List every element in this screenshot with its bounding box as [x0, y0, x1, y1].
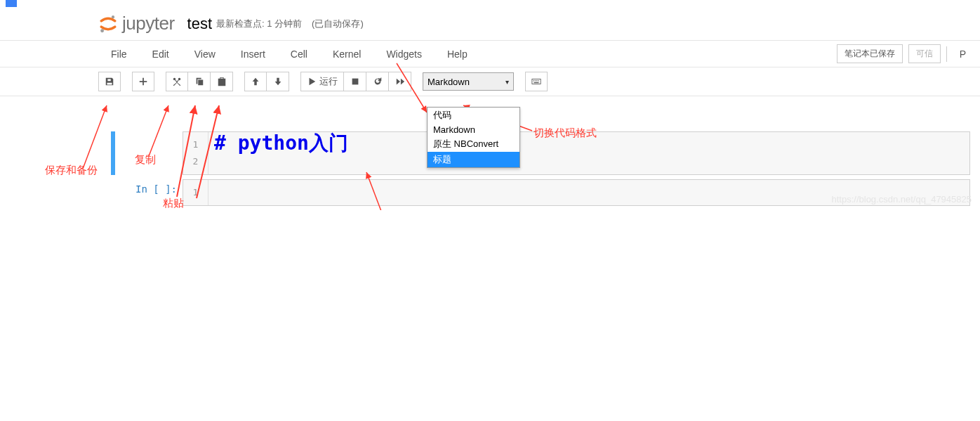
- cell-type-dropdown: 代码 Markdown 原生 NBConvert 标题: [427, 107, 520, 168]
- line-gutter: 1: [183, 180, 208, 205]
- notebook-title[interactable]: test: [187, 15, 212, 33]
- in-prompt: In [ ]:: [98, 179, 183, 206]
- kernel-indicator[interactable]: P: [953, 46, 973, 63]
- scissors-icon: [172, 77, 182, 86]
- jupyter-logo[interactable]: jupyter: [98, 13, 175, 34]
- stop-icon: [350, 77, 360, 86]
- menu-insert[interactable]: Insert: [228, 43, 278, 65]
- cut-button[interactable]: [166, 72, 188, 91]
- save-notification: 笔记本已保存: [837, 44, 903, 63]
- markdown-heading: # python入门: [214, 135, 964, 152]
- restart-run-button[interactable]: [389, 72, 411, 91]
- chevron-down-icon: ▾: [505, 78, 509, 86]
- logo-text: jupyter: [122, 13, 175, 34]
- browser-bookmarks: [0, 0, 980, 7]
- stop-button[interactable]: [344, 72, 366, 91]
- line-gutter: 1 2: [183, 132, 208, 174]
- menubar: File Edit View Insert Cell Kernel Widget…: [0, 41, 980, 67]
- copy-button[interactable]: [188, 72, 211, 91]
- paste-button[interactable]: [211, 72, 233, 91]
- run-button[interactable]: 运行: [300, 72, 344, 91]
- autosave-text: (已自动保存): [312, 18, 364, 30]
- dropdown-code[interactable]: 代码: [428, 108, 519, 123]
- toolbar: 运行 Markdown ▾: [0, 67, 980, 96]
- play-icon: [307, 77, 317, 86]
- svg-rect-6: [536, 80, 537, 81]
- cell-type-select[interactable]: Markdown ▾: [423, 72, 514, 91]
- watermark: https://blog.csdn.net/qq_47945825: [832, 194, 972, 205]
- arrow-up-icon: [251, 77, 260, 86]
- paste-icon: [217, 77, 227, 86]
- plus-icon: [138, 77, 148, 86]
- trusted-badge[interactable]: 可信: [908, 44, 941, 63]
- menu-widgets[interactable]: Widgets: [373, 43, 435, 65]
- run-label: 运行: [319, 75, 338, 88]
- svg-rect-5: [535, 80, 536, 81]
- svg-rect-3: [532, 79, 541, 84]
- svg-point-1: [100, 29, 104, 32]
- copy-icon: [194, 77, 204, 86]
- dropdown-markdown[interactable]: Markdown: [428, 123, 519, 136]
- dropdown-heading[interactable]: 标题: [428, 152, 519, 167]
- command-palette-button[interactable]: [525, 72, 548, 91]
- add-cell-button[interactable]: [132, 72, 154, 91]
- cell-type-value: Markdown: [428, 77, 470, 87]
- refresh-icon: [373, 77, 383, 86]
- menu-kernel[interactable]: Kernel: [320, 43, 373, 65]
- fast-forward-icon: [395, 77, 405, 86]
- move-up-button[interactable]: [244, 72, 267, 91]
- menu-file[interactable]: File: [98, 43, 140, 65]
- restart-button[interactable]: [366, 72, 389, 91]
- svg-rect-8: [534, 82, 539, 83]
- menu-help[interactable]: Help: [435, 43, 480, 65]
- menu-cell[interactable]: Cell: [278, 43, 320, 65]
- notebook-header: jupyter test 最新检查点: 1 分钟前 (已自动保存): [0, 7, 980, 41]
- save-button[interactable]: [98, 72, 121, 91]
- menu-edit[interactable]: Edit: [140, 43, 182, 65]
- svg-rect-7: [538, 80, 538, 81]
- markdown-cell[interactable]: 1 2 # python入门: [98, 131, 973, 175]
- annotation-save: 保存和备份: [45, 164, 98, 177]
- cell-prompt: [98, 131, 183, 175]
- menu-view[interactable]: View: [182, 43, 228, 65]
- arrow-down-icon: [273, 77, 283, 86]
- move-down-button[interactable]: [267, 72, 289, 91]
- checkpoint-text: 最新检查点: 1 分钟前: [216, 18, 302, 30]
- keyboard-icon: [531, 77, 541, 86]
- svg-rect-4: [534, 80, 534, 81]
- dropdown-nbconvert[interactable]: 原生 NBConvert: [428, 136, 519, 152]
- code-editor[interactable]: # python入门: [208, 132, 969, 174]
- save-icon: [105, 77, 114, 86]
- jupyter-icon: [98, 14, 118, 34]
- svg-rect-2: [352, 79, 358, 85]
